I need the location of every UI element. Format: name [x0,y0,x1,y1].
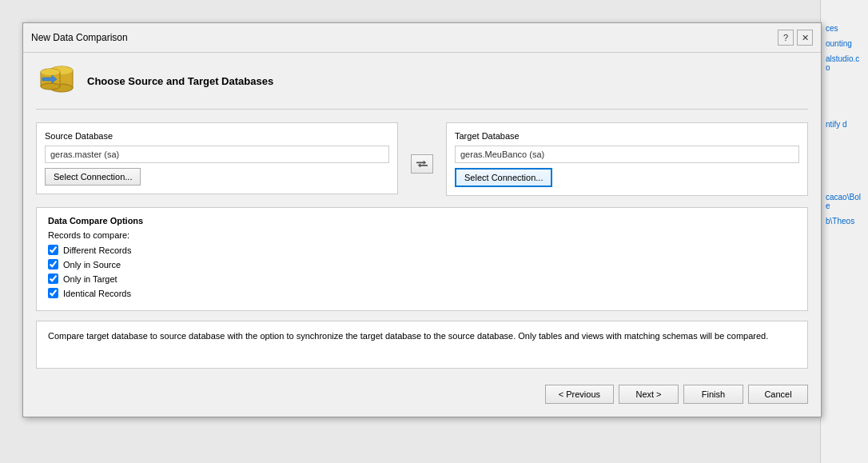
sidebar-text-4: ntify d [826,120,863,129]
checkbox-identical-records-label: Identical Records [63,289,131,298]
finish-button[interactable]: Finish [683,385,743,404]
help-button[interactable]: ? [778,30,794,46]
svg-point-7 [41,69,60,75]
right-sidebar: ces ounting alstudio.co ntify d cacao\Bo… [820,0,868,463]
sidebar-text-5: cacao\Bole [826,193,863,210]
options-title: Data Compare Options [48,216,796,226]
source-db-input[interactable] [45,146,389,163]
swap-databases-button[interactable] [411,154,433,174]
dialog-title: New Data Comparison [31,32,128,43]
records-label: Records to compare: [48,230,796,240]
header-icon [36,62,78,99]
sidebar-text-3: alstudio.co [826,54,863,72]
previous-button[interactable]: < Previous [545,385,614,404]
target-db-panel: Target Database Select Connection... [446,122,808,196]
dialog: New Data Comparison ? ✕ [22,22,822,417]
header-title: Choose Source and Target Databases [87,75,273,87]
target-db-input[interactable] [455,146,799,163]
title-bar-left: New Data Comparison [31,32,128,43]
checkbox-only-in-source: Only in Source [48,259,796,269]
next-button[interactable]: Next > [619,385,679,404]
databases-row: Source Database Select Connection... Tar… [36,122,808,196]
checkbox-different-records-input[interactable] [48,245,58,255]
checkbox-only-in-source-input[interactable] [48,259,58,269]
footer-buttons: < Previous Next > Finish Cancel [36,380,808,407]
title-bar-buttons: ? ✕ [778,30,813,46]
description-text: Compare target database to source databa… [48,329,796,343]
checkbox-only-in-target-input[interactable] [48,273,58,284]
svg-point-6 [41,83,60,90]
sidebar-text-1: ces [826,24,863,33]
source-select-connection-button[interactable]: Select Connection... [45,168,141,186]
checkbox-only-in-target-label: Only in Target [63,274,117,284]
dialog-content: Choose Source and Target Databases Sourc… [23,53,821,417]
close-button[interactable]: ✕ [797,30,813,46]
options-section: Data Compare Options Records to compare:… [36,207,808,311]
cancel-button[interactable]: Cancel [748,385,808,404]
checkbox-identical-records: Identical Records [48,288,796,298]
title-bar: New Data Comparison ? ✕ [23,23,821,53]
target-db-label: Target Database [455,131,799,141]
checkbox-identical-records-input[interactable] [48,288,58,298]
sidebar-text-6: b\Theos [826,217,863,226]
sidebar-text-2: ounting [826,39,863,48]
header-section: Choose Source and Target Databases [36,62,808,110]
description-box: Compare target database to source databa… [36,321,808,369]
source-db-panel: Source Database Select Connection... [36,122,398,194]
source-db-label: Source Database [45,131,389,141]
target-select-connection-button[interactable]: Select Connection... [455,168,552,187]
checkbox-only-in-source-label: Only in Source [63,260,121,269]
checkbox-different-records: Different Records [48,245,796,255]
swap-container [411,122,433,174]
checkbox-only-in-target: Only in Target [48,273,796,284]
checkbox-different-records-label: Different Records [63,245,131,255]
